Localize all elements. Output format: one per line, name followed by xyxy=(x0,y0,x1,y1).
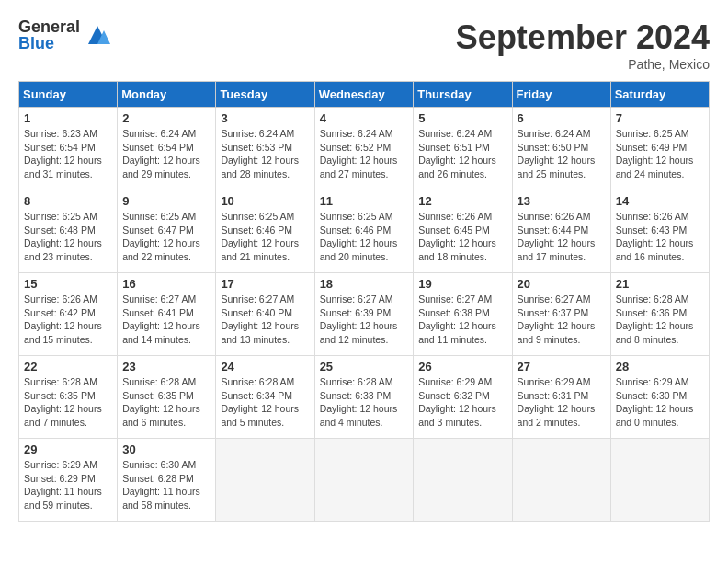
calendar-row: 15Sunrise: 6:26 AM Sunset: 6:42 PM Dayli… xyxy=(19,273,710,356)
day-number: 5 xyxy=(418,111,506,125)
day-info: Sunrise: 6:25 AM Sunset: 6:46 PM Dayligh… xyxy=(320,210,409,264)
table-cell: 23Sunrise: 6:28 AM Sunset: 6:35 PM Dayli… xyxy=(118,356,216,439)
day-info: Sunrise: 6:30 AM Sunset: 6:28 PM Dayligh… xyxy=(122,458,210,512)
day-info: Sunrise: 6:28 AM Sunset: 6:33 PM Dayligh… xyxy=(320,375,409,430)
table-cell: 19Sunrise: 6:27 AM Sunset: 6:38 PM Dayli… xyxy=(414,273,512,356)
table-cell: 22Sunrise: 6:28 AM Sunset: 6:35 PM Dayli… xyxy=(19,356,118,439)
day-number: 13 xyxy=(518,194,606,208)
day-number: 8 xyxy=(24,194,112,208)
day-info: Sunrise: 6:24 AM Sunset: 6:51 PM Dayligh… xyxy=(418,127,506,181)
table-cell: 11Sunrise: 6:25 AM Sunset: 6:46 PM Dayli… xyxy=(314,190,414,273)
day-number: 15 xyxy=(24,277,112,291)
table-cell: 8Sunrise: 6:25 AM Sunset: 6:48 PM Daylig… xyxy=(19,190,118,273)
day-number: 20 xyxy=(518,277,606,291)
calendar-row: 22Sunrise: 6:28 AM Sunset: 6:35 PM Dayli… xyxy=(19,356,710,439)
day-number: 30 xyxy=(122,442,210,456)
month-title: September 2024 xyxy=(456,18,710,57)
day-info: Sunrise: 6:24 AM Sunset: 6:52 PM Dayligh… xyxy=(320,127,409,181)
day-info: Sunrise: 6:27 AM Sunset: 6:38 PM Dayligh… xyxy=(418,293,506,347)
day-number: 6 xyxy=(518,111,606,125)
table-cell: 12Sunrise: 6:26 AM Sunset: 6:45 PM Dayli… xyxy=(414,190,512,273)
table-cell: 24Sunrise: 6:28 AM Sunset: 6:34 PM Dayli… xyxy=(216,356,314,439)
day-info: Sunrise: 6:24 AM Sunset: 6:53 PM Dayligh… xyxy=(221,127,309,181)
day-info: Sunrise: 6:24 AM Sunset: 6:50 PM Dayligh… xyxy=(518,127,606,181)
table-cell: 29Sunrise: 6:29 AM Sunset: 6:29 PM Dayli… xyxy=(19,439,118,522)
day-info: Sunrise: 6:25 AM Sunset: 6:49 PM Dayligh… xyxy=(616,127,704,181)
day-info: Sunrise: 6:29 AM Sunset: 6:29 PM Dayligh… xyxy=(24,458,112,512)
title-area: September 2024 Pathe, Mexico xyxy=(456,18,710,72)
day-number: 12 xyxy=(418,194,506,208)
day-number: 18 xyxy=(320,277,409,291)
logo-text: General Blue xyxy=(18,18,80,52)
table-cell: 4Sunrise: 6:24 AM Sunset: 6:52 PM Daylig… xyxy=(314,108,414,190)
table-cell: 10Sunrise: 6:25 AM Sunset: 6:46 PM Dayli… xyxy=(216,190,314,273)
day-info: Sunrise: 6:26 AM Sunset: 6:43 PM Dayligh… xyxy=(616,210,704,264)
day-info: Sunrise: 6:28 AM Sunset: 6:35 PM Dayligh… xyxy=(122,375,210,430)
table-cell: 20Sunrise: 6:27 AM Sunset: 6:37 PM Dayli… xyxy=(512,273,610,356)
day-number: 9 xyxy=(122,194,210,208)
col-monday: Monday xyxy=(118,82,216,108)
table-cell: 15Sunrise: 6:26 AM Sunset: 6:42 PM Dayli… xyxy=(19,273,118,356)
day-number: 25 xyxy=(320,360,409,373)
day-info: Sunrise: 6:28 AM Sunset: 6:35 PM Dayligh… xyxy=(24,375,112,430)
day-number: 16 xyxy=(122,277,210,291)
day-info: Sunrise: 6:26 AM Sunset: 6:45 PM Dayligh… xyxy=(418,210,506,264)
col-thursday: Thursday xyxy=(414,82,512,108)
logo-blue: Blue xyxy=(18,35,80,52)
table-cell: 1Sunrise: 6:23 AM Sunset: 6:54 PM Daylig… xyxy=(19,108,118,190)
table-cell: 30Sunrise: 6:30 AM Sunset: 6:28 PM Dayli… xyxy=(118,439,216,522)
day-number: 22 xyxy=(24,360,112,373)
col-wednesday: Wednesday xyxy=(314,82,414,108)
table-cell: 9Sunrise: 6:25 AM Sunset: 6:47 PM Daylig… xyxy=(118,190,216,273)
day-info: Sunrise: 6:27 AM Sunset: 6:40 PM Dayligh… xyxy=(221,293,309,347)
page-header: General Blue September 2024 Pathe, Mexic… xyxy=(18,18,710,72)
day-number: 17 xyxy=(221,277,309,291)
table-cell xyxy=(314,439,414,522)
table-cell: 16Sunrise: 6:27 AM Sunset: 6:41 PM Dayli… xyxy=(118,273,216,356)
table-cell: 2Sunrise: 6:24 AM Sunset: 6:54 PM Daylig… xyxy=(118,108,216,190)
day-number: 26 xyxy=(418,360,506,373)
col-tuesday: Tuesday xyxy=(216,82,314,108)
table-cell: 21Sunrise: 6:28 AM Sunset: 6:36 PM Dayli… xyxy=(610,273,709,356)
table-cell: 5Sunrise: 6:24 AM Sunset: 6:51 PM Daylig… xyxy=(414,108,512,190)
table-cell: 17Sunrise: 6:27 AM Sunset: 6:40 PM Dayli… xyxy=(216,273,314,356)
table-cell: 27Sunrise: 6:29 AM Sunset: 6:31 PM Dayli… xyxy=(512,356,610,439)
table-cell: 26Sunrise: 6:29 AM Sunset: 6:32 PM Dayli… xyxy=(414,356,512,439)
calendar-row: 8Sunrise: 6:25 AM Sunset: 6:48 PM Daylig… xyxy=(19,190,710,273)
day-info: Sunrise: 6:26 AM Sunset: 6:44 PM Dayligh… xyxy=(518,210,606,264)
day-number: 24 xyxy=(221,360,309,373)
day-info: Sunrise: 6:27 AM Sunset: 6:37 PM Dayligh… xyxy=(518,293,606,347)
day-number: 23 xyxy=(122,360,210,373)
day-info: Sunrise: 6:23 AM Sunset: 6:54 PM Dayligh… xyxy=(24,127,112,181)
day-number: 10 xyxy=(221,194,309,208)
day-info: Sunrise: 6:28 AM Sunset: 6:36 PM Dayligh… xyxy=(616,293,704,347)
day-number: 4 xyxy=(320,111,409,125)
day-info: Sunrise: 6:24 AM Sunset: 6:54 PM Dayligh… xyxy=(122,127,210,181)
table-cell: 3Sunrise: 6:24 AM Sunset: 6:53 PM Daylig… xyxy=(216,108,314,190)
table-cell xyxy=(512,439,610,522)
day-number: 2 xyxy=(122,111,210,125)
day-info: Sunrise: 6:25 AM Sunset: 6:46 PM Dayligh… xyxy=(221,210,309,264)
table-cell: 18Sunrise: 6:27 AM Sunset: 6:39 PM Dayli… xyxy=(314,273,414,356)
day-number: 7 xyxy=(616,111,704,125)
day-number: 1 xyxy=(24,111,112,125)
day-number: 19 xyxy=(418,277,506,291)
day-info: Sunrise: 6:27 AM Sunset: 6:39 PM Dayligh… xyxy=(320,293,409,347)
col-friday: Friday xyxy=(512,82,610,108)
col-sunday: Sunday xyxy=(19,82,118,108)
logo-icon xyxy=(84,21,111,49)
day-info: Sunrise: 6:27 AM Sunset: 6:41 PM Dayligh… xyxy=(122,293,210,347)
calendar-header-row: Sunday Monday Tuesday Wednesday Thursday… xyxy=(19,82,710,108)
table-cell: 13Sunrise: 6:26 AM Sunset: 6:44 PM Dayli… xyxy=(512,190,610,273)
day-info: Sunrise: 6:29 AM Sunset: 6:32 PM Dayligh… xyxy=(418,375,506,430)
day-info: Sunrise: 6:29 AM Sunset: 6:31 PM Dayligh… xyxy=(518,375,606,430)
day-info: Sunrise: 6:25 AM Sunset: 6:47 PM Dayligh… xyxy=(122,210,210,264)
calendar-row: 1Sunrise: 6:23 AM Sunset: 6:54 PM Daylig… xyxy=(19,108,710,190)
logo: General Blue xyxy=(18,18,111,52)
day-info: Sunrise: 6:29 AM Sunset: 6:30 PM Dayligh… xyxy=(616,375,704,430)
table-cell xyxy=(610,439,709,522)
table-cell: 6Sunrise: 6:24 AM Sunset: 6:50 PM Daylig… xyxy=(512,108,610,190)
day-number: 11 xyxy=(320,194,409,208)
table-cell: 14Sunrise: 6:26 AM Sunset: 6:43 PM Dayli… xyxy=(610,190,709,273)
logo-general: General xyxy=(18,18,80,35)
